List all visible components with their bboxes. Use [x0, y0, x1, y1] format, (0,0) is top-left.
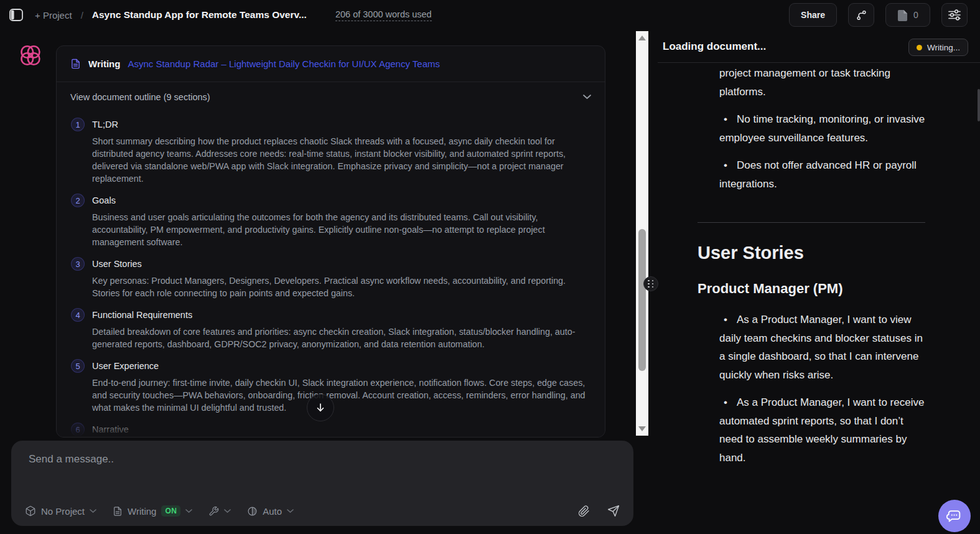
git-branch-icon: [856, 9, 867, 21]
writing-card-header: Writing Async Standup Radar – Lightweigh…: [57, 46, 605, 82]
scroll-up-button[interactable]: [636, 32, 648, 44]
document-content: project management or task tracking plat…: [698, 64, 925, 467]
status-dot-icon: [917, 45, 922, 50]
section-description: Key personas: Product Managers, Designer…: [92, 274, 591, 299]
page-title[interactable]: Async Standup App for Remote Teams Overv…: [92, 9, 307, 21]
words-used-indicator[interactable]: 206 of 3000 words used: [335, 9, 432, 21]
loading-status: Loading document...: [663, 40, 766, 53]
section-description: Business and user goals articulating the…: [92, 211, 591, 248]
section-number-badge: 4: [71, 308, 85, 322]
breadcrumb-separator: /: [81, 10, 83, 21]
chevron-down-icon: [287, 509, 294, 513]
section-description: End-to-end journey: first-time invite, d…: [92, 377, 591, 414]
mode-on-badge: ON: [161, 505, 180, 517]
project-selector[interactable]: No Project: [25, 505, 96, 517]
send-icon: [607, 505, 620, 517]
logo-rings-icon: [18, 44, 43, 70]
section-description: Detailed breakdown of core features and …: [92, 326, 591, 350]
sidebar-toggle-button[interactable]: [6, 5, 26, 25]
section-title: Goals: [92, 195, 116, 205]
outline-item[interactable]: 2 Goals Business and user goals articula…: [71, 194, 591, 248]
chevron-down-icon: [185, 509, 192, 513]
document-icon: [70, 58, 81, 70]
outline-item[interactable]: 1 TL;DR Short summary describing how the…: [71, 118, 591, 185]
document-preview-panel: Loading document... Writing... project m…: [648, 30, 980, 534]
outline-item[interactable]: 4 Functional Requirements Detailed break…: [71, 308, 591, 350]
settings-button[interactable]: [941, 3, 968, 27]
doc-subsection-heading: Product Manager (PM): [698, 279, 925, 298]
breadcrumb-project[interactable]: + Project: [35, 10, 72, 21]
panel-scrollbar[interactable]: [636, 31, 648, 436]
section-title: Functional Requirements: [92, 310, 192, 320]
sliders-icon: [948, 9, 961, 21]
scrollbar-thumb[interactable]: [638, 229, 646, 371]
section-title: User Stories: [92, 259, 142, 269]
files-button[interactable]: 0: [885, 3, 930, 27]
app-window: + Project / Async Standup App for Remote…: [0, 0, 980, 534]
wrench-icon: [208, 506, 219, 517]
list-item: Does not offer advanced HR or payroll in…: [719, 156, 925, 193]
section-title: Narrative: [92, 424, 129, 434]
branch-button[interactable]: [848, 3, 874, 27]
box-icon: [25, 505, 36, 517]
section-number-badge: 2: [71, 194, 85, 207]
section-number-badge: 6: [71, 423, 85, 436]
status-badge-label: Writing...: [927, 43, 960, 52]
mode-selector[interactable]: Writing ON: [113, 505, 192, 517]
scroll-down-button[interactable]: [636, 423, 648, 434]
outline-toggle-label: View document outline (9 sections): [70, 92, 210, 102]
model-selector[interactable]: Auto: [247, 506, 294, 517]
topbar: + Project / Async Standup App for Remote…: [0, 0, 980, 30]
section-number-badge: 1: [71, 118, 85, 131]
file-count: 0: [913, 10, 918, 20]
doc-title-link[interactable]: Async Standup Radar – Lightweight Daily …: [128, 59, 440, 69]
arrow-down-icon: [315, 402, 326, 413]
section-title: User Experience: [92, 361, 159, 371]
outline-toggle[interactable]: View document outline (9 sections): [57, 82, 605, 111]
chevron-down-icon: [224, 509, 231, 513]
chevron-down-icon: [583, 95, 591, 100]
outline-item[interactable]: 6 Narrative: [71, 423, 591, 436]
file-icon: [897, 9, 908, 21]
project-selector-label: No Project: [41, 506, 85, 517]
model-selector-label: Auto: [263, 506, 282, 517]
chevron-down-icon: [90, 509, 96, 513]
panel-left-icon: [9, 9, 23, 21]
file-text-icon: [113, 506, 123, 517]
section-title: TL;DR: [92, 119, 118, 129]
list-item: No time tracking, monitoring, or invasiv…: [719, 110, 925, 147]
doc-section-heading: User Stories: [698, 244, 925, 263]
section-number-badge: 3: [71, 257, 85, 271]
composer-toolbar: No Project Writing ON: [21, 505, 623, 517]
list-item: As a Product Manager, I want to view dai…: [719, 311, 925, 384]
chat-bubble-icon: [946, 508, 963, 524]
message-input[interactable]: [21, 453, 623, 505]
share-button[interactable]: Share: [789, 3, 837, 27]
scroll-to-bottom-button[interactable]: [307, 394, 334, 421]
section-description: Short summary describing how the product…: [92, 135, 591, 185]
outline-item[interactable]: 3 User Stories Key personas: Product Man…: [71, 257, 591, 299]
section-divider: [698, 222, 925, 223]
section-number-badge: 5: [71, 359, 85, 373]
preview-scrollbar-thumb[interactable]: [978, 89, 980, 121]
tools-selector[interactable]: [208, 506, 231, 517]
app-logo: [18, 44, 43, 70]
paperclip-icon: [578, 505, 590, 517]
list-item: As a Product Manager, I want to receive …: [719, 393, 925, 467]
send-button[interactable]: [607, 505, 620, 517]
contrast-circle-icon: [247, 506, 258, 517]
chat-fab-button[interactable]: [938, 500, 971, 532]
paragraph-continuation: project management or task tracking plat…: [719, 64, 925, 101]
mode-selector-label: Writing: [128, 506, 156, 517]
writing-status-badge: Writing...: [908, 39, 968, 56]
preview-scrollbar[interactable]: [977, 59, 980, 534]
writing-card: Writing Async Standup Radar – Lightweigh…: [56, 45, 605, 438]
outline-sections: 1 TL;DR Short summary describing how the…: [57, 111, 605, 436]
preview-body: project management or task tracking plat…: [658, 62, 980, 534]
message-composer: No Project Writing ON: [11, 441, 633, 526]
attach-button[interactable]: [578, 505, 590, 517]
panel-resize-handle[interactable]: [643, 276, 658, 291]
writing-mode-label: Writing: [88, 59, 120, 69]
